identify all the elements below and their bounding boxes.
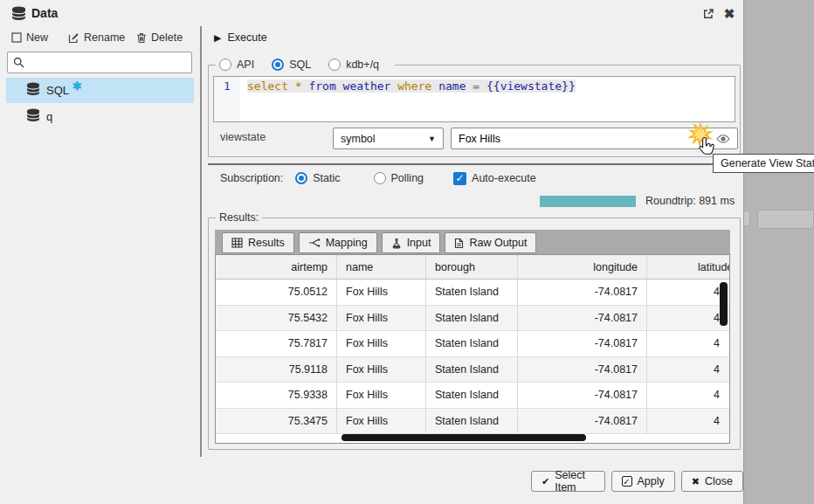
search-icon bbox=[13, 57, 24, 68]
static-radio[interactable] bbox=[295, 172, 307, 184]
preview-eye-icon[interactable] bbox=[716, 131, 730, 147]
check-icon: ✔ bbox=[542, 476, 549, 487]
rename-icon bbox=[68, 32, 79, 44]
data-dialog: Data ✖ New Rename Delete SQL ✱ q ▶ Ex bbox=[0, 0, 744, 504]
database-icon bbox=[11, 6, 26, 24]
horizontal-scrollbar[interactable] bbox=[341, 434, 586, 441]
close-icon[interactable]: ✖ bbox=[721, 6, 737, 22]
vertical-scrollbar[interactable] bbox=[720, 282, 728, 326]
rename-button[interactable]: Rename bbox=[68, 31, 125, 44]
code-editor[interactable]: 1 select * from weather where name = {{v… bbox=[213, 76, 735, 122]
database-icon bbox=[26, 82, 40, 99]
chevron-down-icon: ▼ bbox=[428, 135, 436, 143]
kdbq-radio[interactable] bbox=[328, 59, 341, 71]
section-divider bbox=[208, 163, 741, 165]
table-row[interactable]: 75.9118 Fox Hills Staten Island -74.0817… bbox=[216, 357, 729, 383]
auto-execute-checkbox[interactable]: ✓ bbox=[453, 172, 466, 185]
sidebar-item-sql[interactable]: SQL ✱ bbox=[6, 78, 194, 103]
play-icon: ▶ bbox=[214, 32, 221, 44]
search-input[interactable] bbox=[29, 57, 186, 69]
subscription-label: Subscription: bbox=[220, 172, 283, 184]
api-radio[interactable] bbox=[219, 59, 231, 71]
viewstate-type-select[interactable]: symbol ▼ bbox=[333, 128, 444, 149]
column-header[interactable]: airtemp bbox=[216, 255, 337, 280]
modified-asterisk: ✱ bbox=[72, 79, 82, 93]
column-header[interactable]: latitude bbox=[647, 255, 729, 280]
polling-radio[interactable] bbox=[374, 172, 386, 184]
close-button[interactable]: ✖ Close bbox=[681, 471, 743, 492]
table-header-row: airtemp name borough longitude latitude bbox=[216, 255, 729, 280]
x-icon: ✖ bbox=[692, 476, 700, 487]
tab-raw-output[interactable]: Raw Output bbox=[445, 232, 536, 253]
fork-icon bbox=[308, 238, 321, 248]
table-row[interactable]: 75.7817 Fox Hills Staten Island -74.0817… bbox=[216, 331, 729, 357]
flask-icon bbox=[391, 238, 402, 249]
delete-button[interactable]: Delete bbox=[136, 31, 183, 44]
apply-button[interactable]: ✓ Apply bbox=[611, 471, 675, 492]
select-item-button[interactable]: ✔ Select Item bbox=[531, 471, 605, 492]
search-box[interactable] bbox=[7, 52, 192, 73]
footer-buttons: ✔ Select Item ✓ Apply ✖ Close bbox=[531, 471, 743, 492]
roundtrip-text: Roundtrip: 891 ms bbox=[645, 195, 735, 207]
item-label: q bbox=[46, 110, 52, 123]
backdrop-input bbox=[757, 210, 814, 229]
results-legend: Results: bbox=[216, 211, 262, 224]
panel-divider bbox=[200, 26, 202, 457]
column-header[interactable]: borough bbox=[426, 255, 518, 280]
column-header[interactable]: name bbox=[337, 255, 426, 280]
sql-radio[interactable] bbox=[272, 59, 284, 71]
dialog-title: Data bbox=[31, 6, 58, 20]
document-icon bbox=[454, 238, 464, 249]
viewstate-value-input[interactable] bbox=[459, 133, 698, 145]
new-button[interactable]: New bbox=[11, 31, 48, 44]
checkbox-check-icon: ✓ bbox=[622, 476, 632, 487]
table-icon bbox=[231, 238, 243, 248]
results-tabstrip: Results Mapping Input Raw Output bbox=[215, 230, 730, 254]
table-row[interactable]: 75.9338 Fox Hills Staten Island -74.0817… bbox=[216, 383, 729, 409]
tab-input[interactable]: Input bbox=[382, 232, 441, 253]
trash-icon bbox=[136, 32, 147, 44]
tooltip: Generate View State bbox=[713, 154, 814, 173]
results-table[interactable]: airtemp name borough longitude latitude … bbox=[215, 254, 730, 444]
new-icon bbox=[11, 32, 22, 43]
tab-mapping[interactable]: Mapping bbox=[299, 232, 377, 253]
code-line[interactable]: select * from weather where name = {{vie… bbox=[240, 77, 576, 121]
item-label: SQL bbox=[46, 84, 69, 97]
execute-button[interactable]: ▶ Execute bbox=[214, 31, 267, 44]
popout-icon[interactable] bbox=[700, 6, 716, 22]
tab-results[interactable]: Results bbox=[222, 232, 294, 253]
database-icon bbox=[26, 108, 40, 125]
sidebar-item-q[interactable]: q bbox=[6, 104, 194, 129]
table-row[interactable]: 75.5432 Fox Hills Staten Island -74.0817… bbox=[216, 306, 729, 332]
table-row[interactable]: 75.0512 Fox Hills Staten Island -74.0817… bbox=[216, 280, 729, 306]
table-row[interactable]: 75.3475 Fox Hills Staten Island -74.0817… bbox=[216, 409, 729, 435]
line-number: 1 bbox=[214, 77, 240, 121]
column-header[interactable]: longitude bbox=[518, 255, 647, 280]
subscription-row: Subscription: Static Polling ✓ Auto-exec… bbox=[220, 169, 536, 187]
viewstate-label: viewstate bbox=[220, 131, 266, 143]
progress-bar bbox=[540, 196, 636, 207]
